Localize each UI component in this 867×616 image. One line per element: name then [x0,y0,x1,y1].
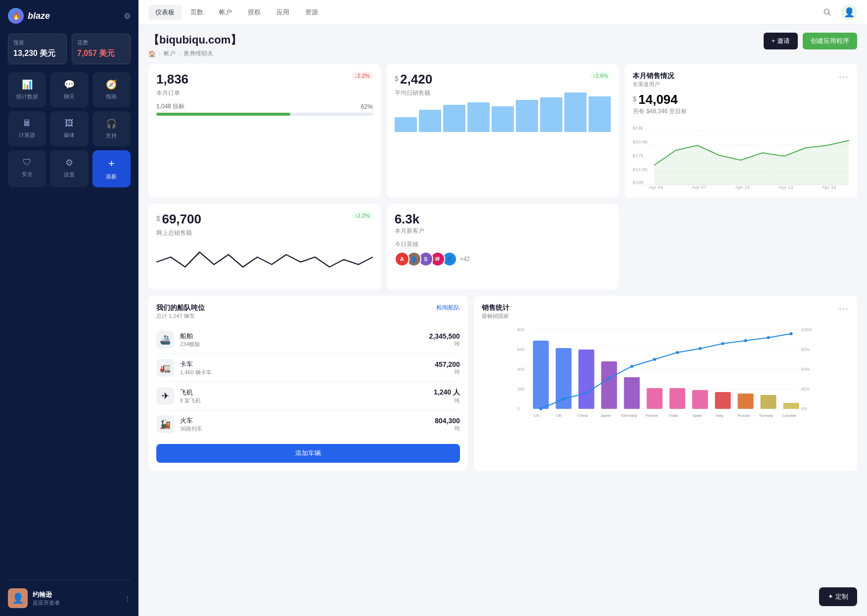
calculator-icon: 🖩 [23,118,32,129]
tab-accounts[interactable]: 帐户 [212,5,239,20]
media-icon: 🖼 [65,118,74,129]
sidebar-item-chat[interactable]: 💬 聊天 [50,72,88,107]
expense-card: 花费 7,057 美元 [72,34,131,64]
svg-text:$20.5K: $20.5K [633,139,648,144]
user-menu-icon[interactable]: ⋮ [124,595,131,602]
create-app-button[interactable]: 创建应用程序 [803,33,857,49]
fleet-ship-name: 船舶 [180,332,423,341]
svg-text:800: 800 [517,327,524,332]
breadcrumb: 🏠 › 帐户 › 奥弗维耶夫 [148,49,241,58]
avatar: 👤 [8,588,28,608]
invite-button[interactable]: + 邀请 [764,33,798,49]
wavy-svg [156,242,373,282]
svg-line-1 [829,13,831,15]
svg-point-50 [767,336,770,339]
tab-auth[interactable]: 授权 [241,5,268,20]
new-customers-card: 6.3k 本月新客户 今日英雄 A 👤 S 碎 👤 +42 [387,204,619,290]
orders-top: 1,836 ↓2.2% [156,72,373,87]
sidebar-item-security[interactable]: 🛡 安全 [8,150,46,187]
svg-text:400: 400 [517,367,524,372]
sidebar-item-media[interactable]: 🖼 媒体 [50,111,88,146]
svg-rect-30 [578,350,594,409]
svg-point-42 [585,392,588,395]
plane-icon: ✈ [156,387,174,405]
svg-point-51 [789,332,792,335]
bar-mini-item [516,100,538,132]
progress-pct: 62% [361,103,373,110]
svg-text:Apr 04: Apr 04 [649,184,663,189]
fleet-train-name: 火车 [180,416,429,425]
tab-resources[interactable]: 资源 [298,5,325,20]
fleet-link[interactable]: 检阅船队 [436,304,460,312]
chart-subtitle: 全渠道用户 [633,81,674,88]
sales-stats-more-icon[interactable]: ··· [839,304,849,314]
settings-icon: ⚙ [65,157,73,168]
svg-text:0%: 0% [801,406,807,411]
fleet-title-group: 我们的船队吨位 总计 1,247 辆车 [156,304,205,320]
orders-value: 1,836 [156,72,188,87]
search-icon-btn[interactable] [820,4,835,20]
stats-row-2: $ 69,700 ↑2.2% 网上总销售额 6.3k 本月新客户 [148,204,857,290]
fleet-truck-info: 卡车 1,460 辆卡车 [180,360,429,376]
svg-point-45 [653,358,656,361]
sidebar-top-settings-icon[interactable]: ⚙ [124,11,131,21]
expense-value: 7,057 美元 [77,48,125,59]
svg-rect-33 [646,388,662,409]
tab-pages[interactable]: 页数 [183,5,210,20]
sales-sub: 另有 $48,346 至目标 [633,107,849,116]
sidebar-item-settings[interactable]: ⚙ 设置 [50,150,88,187]
chart-more-icon[interactable]: ··· [839,72,849,82]
chart-title-group: 本月销售情况 全渠道用户 [633,72,674,88]
sidebar-item-calculator[interactable]: 🖩 计算器 [8,111,46,146]
ship-icon: 🚢 [156,331,174,349]
svg-text:Apr 07: Apr 07 [692,184,707,189]
online-sales-label: 网上总销售额 [156,229,373,237]
page-title: 【biqubiqu.com】 [148,33,241,47]
new-customers-label: 本月新客户 [395,227,611,235]
orders-label: 本月订单 [156,89,373,97]
avg-daily-value: 2,420 [400,72,432,87]
customize-button[interactable]: ✦ 定制 [819,587,857,606]
svg-text:$13.5K: $13.5K [633,167,648,172]
guide-icon: 🧭 [106,79,117,90]
avg-daily-badge: ↑2.6% [590,72,611,80]
avg-daily-chart [395,102,611,132]
breadcrumb-home-icon: 🏠 [148,50,156,57]
orders-badge: ↓2.2% [352,72,373,80]
top-nav-tabs: 仪表板 页数 帐户 授权 应用 资源 [148,5,325,20]
user-avatar-btn[interactable]: 👤 [841,4,857,20]
wavy-chart [156,242,373,282]
sales-big-value: $ 14,094 [633,92,849,107]
svg-rect-35 [692,390,708,409]
calculator-label: 计算器 [19,132,35,139]
nav-grid: 📊 统计数据 💬 聊天 🧭 指南 🖩 计算器 🖼 媒体 🎧 支持 🛡 安全 ⚙ [8,72,131,187]
avg-daily-card: $ 2,420 ↑2.6% 平均日销售额 [387,64,619,198]
sidebar-header: 🔥 blaze ⚙ [8,8,131,24]
svg-text:UK: UK [556,413,562,418]
fleet-ship-count: 234艘舰 [180,341,423,348]
tab-dashboard[interactable]: 仪表板 [148,5,182,20]
online-sales-badge: ↑2.2% [352,212,373,220]
svg-rect-39 [783,403,799,409]
fleet-plane-count: 8 架飞机 [180,397,428,404]
budget-value: 13,230 美元 [13,48,61,59]
sidebar-item-support[interactable]: 🎧 支持 [92,111,131,146]
sidebar-item-statistics[interactable]: 📊 统计数据 [8,72,46,107]
svg-point-47 [698,347,701,350]
truck-icon: 🚛 [156,359,174,377]
content-area: 【biqubiqu.com】 🏠 › 帐户 › 奥弗维耶夫 + 邀请 创建应用程… [138,25,867,616]
svg-text:0: 0 [517,406,519,411]
budget-card: 预算 13,230 美元 [8,34,67,64]
bar-mini-item [589,96,611,132]
sidebar-item-add[interactable]: + 添新 [92,150,131,187]
svg-point-44 [630,365,633,368]
guide-label: 指南 [106,93,117,100]
add-vehicle-button[interactable]: 添加车辆 [156,444,460,463]
sidebar-item-guide[interactable]: 🧭 指南 [92,72,131,107]
statistics-label: 统计数据 [16,93,38,100]
logo: 🔥 blaze [8,8,50,24]
hero-section: 今日英雄 A 👤 S 碎 👤 +42 [395,240,611,266]
svg-point-46 [676,351,679,354]
line-chart-svg: $24k $20.5K $17k $13.5K $10K Apr 04 Apr … [633,121,849,190]
tab-apps[interactable]: 应用 [270,5,296,20]
